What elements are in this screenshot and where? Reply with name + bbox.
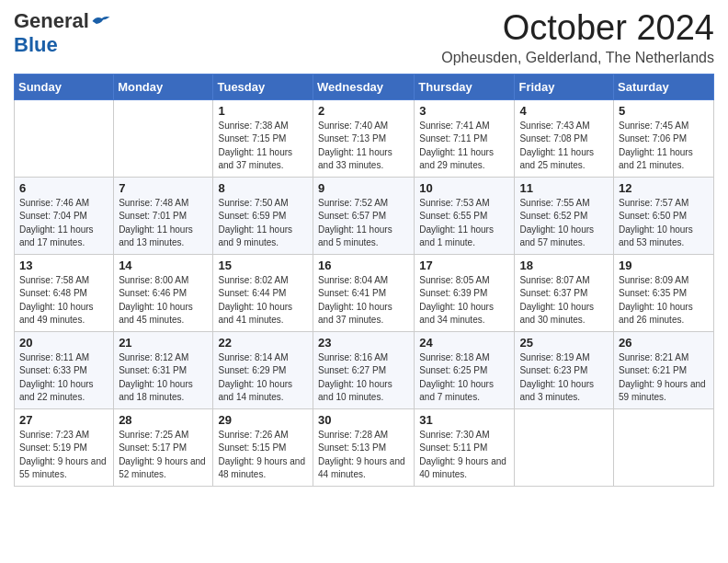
calendar-cell: 7Sunrise: 7:48 AM Sunset: 7:01 PM Daylig… [114, 177, 213, 254]
day-number: 4 [519, 104, 609, 118]
calendar-cell: 21Sunrise: 8:12 AM Sunset: 6:31 PM Dayli… [114, 331, 213, 408]
cell-content: Sunrise: 7:50 AM Sunset: 6:59 PM Dayligh… [218, 197, 308, 250]
calendar-cell: 2Sunrise: 7:40 AM Sunset: 7:13 PM Daylig… [313, 99, 415, 177]
day-number: 20 [19, 336, 108, 350]
column-header-monday: Monday [114, 74, 213, 99]
calendar-cell: 9Sunrise: 7:52 AM Sunset: 6:57 PM Daylig… [313, 177, 415, 254]
day-number: 22 [218, 336, 308, 350]
cell-content: Sunrise: 7:40 AM Sunset: 7:13 PM Dayligh… [318, 120, 409, 173]
column-header-friday: Friday [515, 74, 614, 99]
day-number: 31 [419, 413, 509, 427]
calendar-cell: 6Sunrise: 7:46 AM Sunset: 7:04 PM Daylig… [15, 177, 114, 254]
cell-content: Sunrise: 7:43 AM Sunset: 7:08 PM Dayligh… [519, 120, 609, 173]
day-number: 18 [519, 259, 609, 272]
calendar-header-row: SundayMondayTuesdayWednesdayThursdayFrid… [15, 74, 714, 99]
calendar-cell [114, 99, 213, 177]
calendar-cell: 12Sunrise: 7:57 AM Sunset: 6:50 PM Dayli… [614, 177, 714, 254]
calendar-week-row: 20Sunrise: 8:11 AM Sunset: 6:33 PM Dayli… [15, 331, 714, 408]
cell-content: Sunrise: 8:00 AM Sunset: 6:46 PM Dayligh… [119, 274, 208, 327]
calendar-cell: 30Sunrise: 7:28 AM Sunset: 5:13 PM Dayli… [313, 408, 415, 486]
calendar-cell: 5Sunrise: 7:45 AM Sunset: 7:06 PM Daylig… [614, 99, 714, 177]
day-number: 21 [119, 336, 208, 350]
calendar-cell: 20Sunrise: 8:11 AM Sunset: 6:33 PM Dayli… [15, 331, 114, 408]
calendar-week-row: 6Sunrise: 7:46 AM Sunset: 7:04 PM Daylig… [15, 177, 714, 254]
day-number: 14 [119, 259, 208, 272]
month-title: October 2024 [441, 9, 714, 48]
cell-content: Sunrise: 7:55 AM Sunset: 6:52 PM Dayligh… [519, 197, 609, 250]
day-number: 9 [318, 181, 409, 195]
calendar-cell: 18Sunrise: 8:07 AM Sunset: 6:37 PM Dayli… [515, 254, 614, 331]
cell-content: Sunrise: 7:23 AM Sunset: 5:19 PM Dayligh… [19, 429, 108, 482]
calendar-cell: 28Sunrise: 7:25 AM Sunset: 5:17 PM Dayli… [114, 408, 213, 486]
column-header-wednesday: Wednesday [313, 74, 415, 99]
cell-content: Sunrise: 8:14 AM Sunset: 6:29 PM Dayligh… [218, 351, 308, 405]
day-number: 23 [318, 336, 409, 350]
day-number: 30 [318, 413, 409, 427]
calendar-cell: 10Sunrise: 7:53 AM Sunset: 6:55 PM Dayli… [415, 177, 515, 254]
cell-content: Sunrise: 7:45 AM Sunset: 7:06 PM Dayligh… [619, 120, 709, 173]
calendar-week-row: 13Sunrise: 7:58 AM Sunset: 6:48 PM Dayli… [15, 254, 714, 331]
cell-content: Sunrise: 8:12 AM Sunset: 6:31 PM Dayligh… [119, 351, 208, 405]
cell-content: Sunrise: 7:28 AM Sunset: 5:13 PM Dayligh… [318, 429, 409, 482]
calendar-cell: 19Sunrise: 8:09 AM Sunset: 6:35 PM Dayli… [614, 254, 714, 331]
cell-content: Sunrise: 7:57 AM Sunset: 6:50 PM Dayligh… [619, 197, 709, 250]
column-header-sunday: Sunday [15, 74, 114, 99]
cell-content: Sunrise: 8:07 AM Sunset: 6:37 PM Dayligh… [519, 274, 609, 327]
column-header-tuesday: Tuesday [213, 74, 313, 99]
calendar-cell: 26Sunrise: 8:21 AM Sunset: 6:21 PM Dayli… [614, 331, 714, 408]
logo: General Blue [14, 9, 111, 57]
day-number: 10 [419, 181, 509, 195]
cell-content: Sunrise: 7:26 AM Sunset: 5:15 PM Dayligh… [218, 429, 308, 482]
calendar-cell: 8Sunrise: 7:50 AM Sunset: 6:59 PM Daylig… [213, 177, 313, 254]
calendar-cell: 24Sunrise: 8:18 AM Sunset: 6:25 PM Dayli… [415, 331, 515, 408]
calendar-cell [515, 408, 614, 486]
day-number: 1 [218, 104, 308, 118]
location: Opheusden, Gelderland, The Netherlands [441, 50, 714, 66]
calendar-cell: 13Sunrise: 7:58 AM Sunset: 6:48 PM Dayli… [15, 254, 114, 331]
day-number: 15 [218, 259, 308, 272]
calendar-cell [614, 408, 714, 486]
calendar-cell: 25Sunrise: 8:19 AM Sunset: 6:23 PM Dayli… [515, 331, 614, 408]
day-number: 24 [419, 336, 509, 350]
cell-content: Sunrise: 8:09 AM Sunset: 6:35 PM Dayligh… [619, 274, 709, 327]
cell-content: Sunrise: 8:19 AM Sunset: 6:23 PM Dayligh… [519, 351, 609, 405]
day-number: 7 [119, 181, 208, 195]
cell-content: Sunrise: 8:04 AM Sunset: 6:41 PM Dayligh… [318, 274, 409, 327]
calendar-cell: 3Sunrise: 7:41 AM Sunset: 7:11 PM Daylig… [415, 99, 515, 177]
calendar-cell: 27Sunrise: 7:23 AM Sunset: 5:19 PM Dayli… [15, 408, 114, 486]
calendar-cell: 1Sunrise: 7:38 AM Sunset: 7:15 PM Daylig… [213, 99, 313, 177]
column-header-saturday: Saturday [614, 74, 714, 99]
calendar-cell: 11Sunrise: 7:55 AM Sunset: 6:52 PM Dayli… [515, 177, 614, 254]
title-block: October 2024 Opheusden, Gelderland, The … [441, 9, 714, 66]
day-number: 27 [19, 413, 108, 427]
day-number: 8 [218, 181, 308, 195]
calendar-cell: 16Sunrise: 8:04 AM Sunset: 6:41 PM Dayli… [313, 254, 415, 331]
calendar-cell: 14Sunrise: 8:00 AM Sunset: 6:46 PM Dayli… [114, 254, 213, 331]
calendar-cell: 23Sunrise: 8:16 AM Sunset: 6:27 PM Dayli… [313, 331, 415, 408]
day-number: 25 [519, 336, 609, 350]
day-number: 13 [19, 259, 108, 272]
cell-content: Sunrise: 7:38 AM Sunset: 7:15 PM Dayligh… [218, 120, 308, 173]
cell-content: Sunrise: 7:30 AM Sunset: 5:11 PM Dayligh… [419, 429, 509, 482]
cell-content: Sunrise: 8:11 AM Sunset: 6:33 PM Dayligh… [19, 351, 108, 405]
page-header: General Blue October 2024 Opheusden, Gel… [14, 9, 714, 66]
cell-content: Sunrise: 7:53 AM Sunset: 6:55 PM Dayligh… [419, 197, 509, 250]
calendar-table: SundayMondayTuesdayWednesdayThursdayFrid… [14, 74, 714, 487]
cell-content: Sunrise: 7:48 AM Sunset: 7:01 PM Dayligh… [119, 197, 208, 250]
cell-content: Sunrise: 7:52 AM Sunset: 6:57 PM Dayligh… [318, 197, 409, 250]
day-number: 3 [419, 104, 509, 118]
cell-content: Sunrise: 8:16 AM Sunset: 6:27 PM Dayligh… [318, 351, 409, 405]
day-number: 11 [519, 181, 609, 195]
cell-content: Sunrise: 8:18 AM Sunset: 6:25 PM Dayligh… [419, 351, 509, 405]
cell-content: Sunrise: 7:41 AM Sunset: 7:11 PM Dayligh… [419, 120, 509, 173]
day-number: 12 [619, 181, 709, 195]
cell-content: Sunrise: 8:05 AM Sunset: 6:39 PM Dayligh… [419, 274, 509, 327]
calendar-cell: 4Sunrise: 7:43 AM Sunset: 7:08 PM Daylig… [515, 99, 614, 177]
logo-bird-icon [91, 13, 111, 29]
cell-content: Sunrise: 8:02 AM Sunset: 6:44 PM Dayligh… [218, 274, 308, 327]
calendar-cell: 15Sunrise: 8:02 AM Sunset: 6:44 PM Dayli… [213, 254, 313, 331]
calendar-week-row: 1Sunrise: 7:38 AM Sunset: 7:15 PM Daylig… [15, 99, 714, 177]
calendar-cell: 31Sunrise: 7:30 AM Sunset: 5:11 PM Dayli… [415, 408, 515, 486]
cell-content: Sunrise: 8:21 AM Sunset: 6:21 PM Dayligh… [619, 351, 709, 405]
day-number: 17 [419, 259, 509, 272]
